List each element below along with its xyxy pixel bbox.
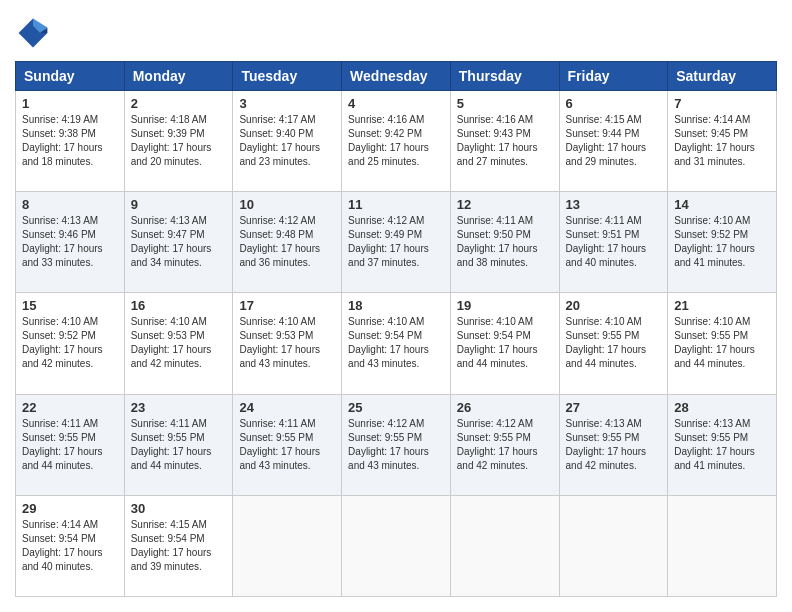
day-info: Sunrise: 4:14 AMSunset: 9:45 PMDaylight:… [674,113,770,169]
calendar-cell: 7Sunrise: 4:14 AMSunset: 9:45 PMDaylight… [668,91,777,192]
calendar-cell: 26Sunrise: 4:12 AMSunset: 9:55 PMDayligh… [450,394,559,495]
day-info: Sunrise: 4:18 AMSunset: 9:39 PMDaylight:… [131,113,227,169]
day-info: Sunrise: 4:16 AMSunset: 9:42 PMDaylight:… [348,113,444,169]
calendar-cell: 30Sunrise: 4:15 AMSunset: 9:54 PMDayligh… [124,495,233,596]
day-info: Sunrise: 4:16 AMSunset: 9:43 PMDaylight:… [457,113,553,169]
day-number: 27 [566,400,662,415]
day-number: 12 [457,197,553,212]
calendar-cell: 19Sunrise: 4:10 AMSunset: 9:54 PMDayligh… [450,293,559,394]
day-info: Sunrise: 4:10 AMSunset: 9:55 PMDaylight:… [674,315,770,371]
calendar-cell: 14Sunrise: 4:10 AMSunset: 9:52 PMDayligh… [668,192,777,293]
calendar-cell: 4Sunrise: 4:16 AMSunset: 9:42 PMDaylight… [342,91,451,192]
day-number: 20 [566,298,662,313]
calendar-cell: 24Sunrise: 4:11 AMSunset: 9:55 PMDayligh… [233,394,342,495]
day-info: Sunrise: 4:12 AMSunset: 9:48 PMDaylight:… [239,214,335,270]
header [15,15,777,51]
day-info: Sunrise: 4:11 AMSunset: 9:55 PMDaylight:… [239,417,335,473]
day-info: Sunrise: 4:12 AMSunset: 9:49 PMDaylight:… [348,214,444,270]
calendar-cell: 22Sunrise: 4:11 AMSunset: 9:55 PMDayligh… [16,394,125,495]
calendar-cell [450,495,559,596]
day-info: Sunrise: 4:12 AMSunset: 9:55 PMDaylight:… [348,417,444,473]
day-number: 15 [22,298,118,313]
day-number: 30 [131,501,227,516]
day-number: 19 [457,298,553,313]
day-number: 24 [239,400,335,415]
day-header-tuesday: Tuesday [233,62,342,91]
calendar-cell [559,495,668,596]
calendar-cell: 1Sunrise: 4:19 AMSunset: 9:38 PMDaylight… [16,91,125,192]
day-header-thursday: Thursday [450,62,559,91]
day-header-friday: Friday [559,62,668,91]
day-info: Sunrise: 4:11 AMSunset: 9:55 PMDaylight:… [22,417,118,473]
day-info: Sunrise: 4:10 AMSunset: 9:53 PMDaylight:… [131,315,227,371]
calendar-cell: 16Sunrise: 4:10 AMSunset: 9:53 PMDayligh… [124,293,233,394]
calendar-week-1: 1Sunrise: 4:19 AMSunset: 9:38 PMDaylight… [16,91,777,192]
day-number: 9 [131,197,227,212]
page: SundayMondayTuesdayWednesdayThursdayFrid… [0,0,792,612]
calendar-cell: 13Sunrise: 4:11 AMSunset: 9:51 PMDayligh… [559,192,668,293]
day-header-monday: Monday [124,62,233,91]
day-info: Sunrise: 4:11 AMSunset: 9:55 PMDaylight:… [131,417,227,473]
calendar-table: SundayMondayTuesdayWednesdayThursdayFrid… [15,61,777,597]
day-info: Sunrise: 4:12 AMSunset: 9:55 PMDaylight:… [457,417,553,473]
day-info: Sunrise: 4:13 AMSunset: 9:55 PMDaylight:… [674,417,770,473]
day-info: Sunrise: 4:15 AMSunset: 9:44 PMDaylight:… [566,113,662,169]
day-number: 4 [348,96,444,111]
day-info: Sunrise: 4:10 AMSunset: 9:52 PMDaylight:… [22,315,118,371]
day-info: Sunrise: 4:10 AMSunset: 9:53 PMDaylight:… [239,315,335,371]
day-number: 17 [239,298,335,313]
day-info: Sunrise: 4:11 AMSunset: 9:51 PMDaylight:… [566,214,662,270]
calendar-cell: 15Sunrise: 4:10 AMSunset: 9:52 PMDayligh… [16,293,125,394]
calendar-cell: 21Sunrise: 4:10 AMSunset: 9:55 PMDayligh… [668,293,777,394]
day-number: 1 [22,96,118,111]
day-number: 22 [22,400,118,415]
calendar-week-5: 29Sunrise: 4:14 AMSunset: 9:54 PMDayligh… [16,495,777,596]
calendar-cell: 17Sunrise: 4:10 AMSunset: 9:53 PMDayligh… [233,293,342,394]
day-info: Sunrise: 4:13 AMSunset: 9:47 PMDaylight:… [131,214,227,270]
calendar-cell: 2Sunrise: 4:18 AMSunset: 9:39 PMDaylight… [124,91,233,192]
calendar-cell: 20Sunrise: 4:10 AMSunset: 9:55 PMDayligh… [559,293,668,394]
day-info: Sunrise: 4:11 AMSunset: 9:50 PMDaylight:… [457,214,553,270]
day-number: 6 [566,96,662,111]
day-number: 16 [131,298,227,313]
calendar-cell [342,495,451,596]
calendar-cell: 8Sunrise: 4:13 AMSunset: 9:46 PMDaylight… [16,192,125,293]
calendar-cell: 18Sunrise: 4:10 AMSunset: 9:54 PMDayligh… [342,293,451,394]
day-number: 25 [348,400,444,415]
day-info: Sunrise: 4:15 AMSunset: 9:54 PMDaylight:… [131,518,227,574]
day-number: 10 [239,197,335,212]
calendar-cell: 25Sunrise: 4:12 AMSunset: 9:55 PMDayligh… [342,394,451,495]
day-number: 28 [674,400,770,415]
day-number: 7 [674,96,770,111]
calendar-cell: 10Sunrise: 4:12 AMSunset: 9:48 PMDayligh… [233,192,342,293]
calendar-cell: 3Sunrise: 4:17 AMSunset: 9:40 PMDaylight… [233,91,342,192]
day-info: Sunrise: 4:10 AMSunset: 9:54 PMDaylight:… [348,315,444,371]
day-info: Sunrise: 4:10 AMSunset: 9:55 PMDaylight:… [566,315,662,371]
calendar-cell: 6Sunrise: 4:15 AMSunset: 9:44 PMDaylight… [559,91,668,192]
calendar-cell: 23Sunrise: 4:11 AMSunset: 9:55 PMDayligh… [124,394,233,495]
day-number: 26 [457,400,553,415]
day-info: Sunrise: 4:14 AMSunset: 9:54 PMDaylight:… [22,518,118,574]
calendar-cell: 28Sunrise: 4:13 AMSunset: 9:55 PMDayligh… [668,394,777,495]
calendar-week-4: 22Sunrise: 4:11 AMSunset: 9:55 PMDayligh… [16,394,777,495]
day-info: Sunrise: 4:13 AMSunset: 9:46 PMDaylight:… [22,214,118,270]
day-number: 2 [131,96,227,111]
calendar-cell: 5Sunrise: 4:16 AMSunset: 9:43 PMDaylight… [450,91,559,192]
day-number: 21 [674,298,770,313]
calendar-cell: 11Sunrise: 4:12 AMSunset: 9:49 PMDayligh… [342,192,451,293]
day-info: Sunrise: 4:10 AMSunset: 9:52 PMDaylight:… [674,214,770,270]
calendar-cell: 29Sunrise: 4:14 AMSunset: 9:54 PMDayligh… [16,495,125,596]
day-number: 13 [566,197,662,212]
calendar-cell [233,495,342,596]
day-header-saturday: Saturday [668,62,777,91]
day-number: 23 [131,400,227,415]
logo-icon [15,15,51,51]
calendar-week-2: 8Sunrise: 4:13 AMSunset: 9:46 PMDaylight… [16,192,777,293]
day-info: Sunrise: 4:19 AMSunset: 9:38 PMDaylight:… [22,113,118,169]
calendar-cell: 27Sunrise: 4:13 AMSunset: 9:55 PMDayligh… [559,394,668,495]
calendar-cell: 9Sunrise: 4:13 AMSunset: 9:47 PMDaylight… [124,192,233,293]
calendar-week-3: 15Sunrise: 4:10 AMSunset: 9:52 PMDayligh… [16,293,777,394]
calendar-cell [668,495,777,596]
day-number: 14 [674,197,770,212]
day-number: 18 [348,298,444,313]
